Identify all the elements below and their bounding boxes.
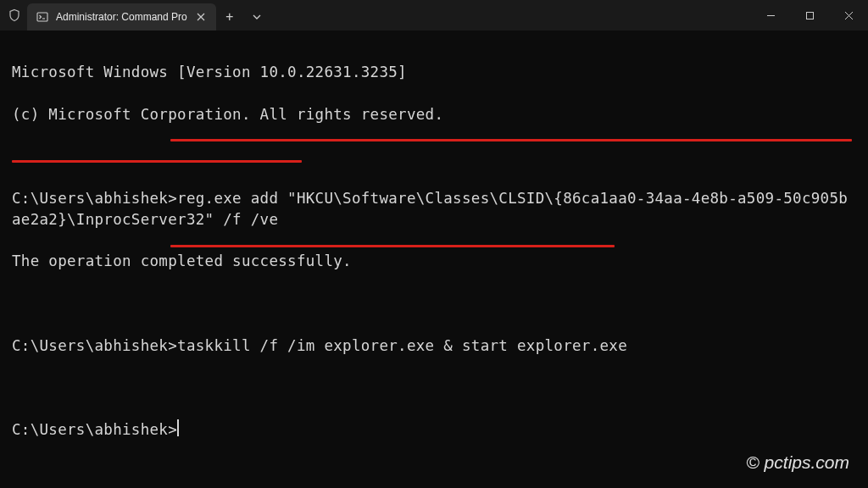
banner-line-1: Microsoft Windows [Version 10.0.22631.32…	[12, 62, 856, 83]
svg-rect-0	[37, 13, 47, 21]
cursor	[177, 419, 179, 436]
current-prompt-line: C:\Users\abhishek>	[12, 419, 856, 441]
command-2: taskkill /f /im explorer.exe & start exp…	[177, 337, 627, 354]
banner-line-2: (c) Microsoft Corporation. All rights re…	[12, 104, 856, 125]
titlebar-left	[0, 0, 22, 30]
window-titlebar: Administrator: Command Pro +	[0, 0, 868, 30]
maximize-button[interactable]	[790, 0, 829, 30]
prompt: C:\Users\abhishek>	[12, 337, 177, 354]
tab-dropdown-button[interactable]	[243, 3, 270, 30]
prompt: C:\Users\abhishek>	[12, 421, 177, 438]
window-controls	[751, 0, 868, 30]
shield-icon	[7, 8, 22, 23]
tab-command-prompt[interactable]: Administrator: Command Pro	[27, 3, 216, 30]
terminal-icon	[36, 10, 49, 24]
prompt: C:\Users\abhishek>	[12, 190, 177, 207]
close-window-button[interactable]	[829, 0, 868, 30]
command-line-2: C:\Users\abhishek>taskkill /f /im explor…	[12, 336, 856, 357]
titlebar-drag-region[interactable]	[270, 0, 751, 30]
new-tab-button[interactable]: +	[216, 3, 243, 30]
terminal-output[interactable]: Microsoft Windows [Version 10.0.22631.32…	[0, 30, 868, 488]
svg-rect-1	[806, 12, 813, 19]
close-tab-button[interactable]	[194, 10, 208, 24]
minimize-button[interactable]	[751, 0, 790, 30]
tab-title: Administrator: Command Pro	[56, 11, 187, 23]
result-line-1: The operation completed successfully.	[12, 251, 856, 272]
watermark: © pctips.com	[746, 452, 849, 473]
command-line-1: C:\Users\abhishek>reg.exe add "HKCU\Soft…	[12, 188, 856, 230]
